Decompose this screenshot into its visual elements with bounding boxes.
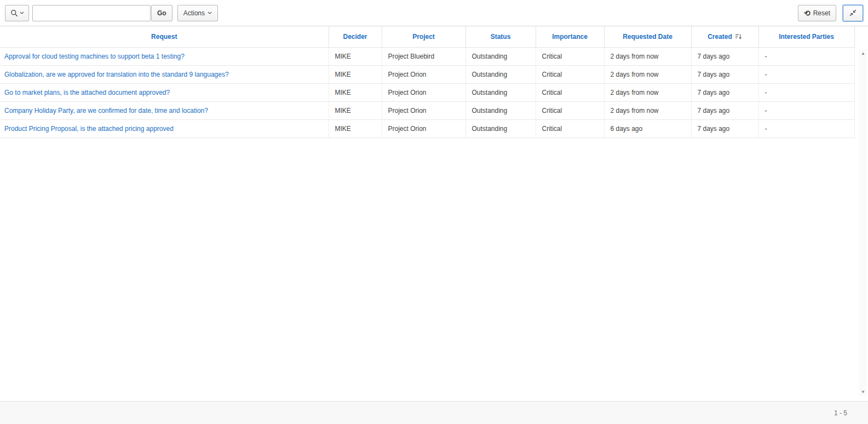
column-header-requested-date[interactable]: Requested Date <box>604 26 691 47</box>
cell-interested-parties: - <box>758 101 854 119</box>
cell-interested-parties: - <box>758 47 854 65</box>
cell-status: Outstanding <box>465 65 536 83</box>
cell-importance: Critical <box>536 101 604 119</box>
sort-descending-icon <box>735 33 742 40</box>
column-header-project[interactable]: Project <box>382 26 465 47</box>
column-header-created[interactable]: Created <box>691 26 758 47</box>
table-row: Product Pricing Proposal, is the attache… <box>0 119 854 137</box>
restore-report-button[interactable] <box>843 5 863 21</box>
column-header-status[interactable]: Status <box>465 26 536 47</box>
column-header-label: Decider <box>343 33 367 41</box>
column-header-request[interactable]: Request <box>0 26 329 47</box>
column-header-importance[interactable]: Importance <box>536 26 604 47</box>
scroll-up-arrow-icon[interactable]: ▲ <box>859 49 867 57</box>
search-toolbar: Go Actions ⟲ Reset <box>0 0 868 26</box>
cell-interested-parties: - <box>758 83 854 101</box>
header-row: Request Decider Project Status Importanc… <box>0 26 854 47</box>
column-header-label: Request <box>151 33 177 41</box>
request-link[interactable]: Company Holiday Party, are we confirmed … <box>4 107 208 114</box>
cell-status: Outstanding <box>465 101 536 119</box>
chevron-down-icon <box>20 12 24 14</box>
cell-requested-date: 2 days from now <box>604 101 691 119</box>
pagination-label: 1 - 5 <box>834 409 847 417</box>
column-header-decider[interactable]: Decider <box>329 26 382 47</box>
column-header-label: Importance <box>552 33 588 41</box>
cell-status: Outstanding <box>465 83 536 101</box>
cell-request: Product Pricing Proposal, is the attache… <box>0 119 329 137</box>
report-table: Request Decider Project Status Importanc… <box>0 26 855 138</box>
cell-decider: MIKE <box>329 119 382 137</box>
interactive-report-region: Go Actions ⟲ Reset <box>0 0 868 424</box>
cell-project: Project Orion <box>382 101 465 119</box>
cell-decider: MIKE <box>329 101 382 119</box>
cell-created: 7 days ago <box>691 119 758 137</box>
search-input[interactable] <box>32 5 151 21</box>
cell-requested-date: 6 days ago <box>604 119 691 137</box>
actions-button[interactable]: Actions <box>177 5 218 21</box>
request-link[interactable]: Globalization, are we approved for trans… <box>4 71 229 78</box>
cell-created: 7 days ago <box>691 47 758 65</box>
column-header-interested-parties[interactable]: Interested Parties <box>758 26 854 47</box>
table-row: Go to market plans, is the attached docu… <box>0 83 854 101</box>
pagination-bar: 1 - 5 <box>0 401 868 424</box>
cell-status: Outstanding <box>465 47 536 65</box>
reset-button[interactable]: ⟲ Reset <box>798 5 836 21</box>
cell-decider: MIKE <box>329 83 382 101</box>
column-header-label: Status <box>491 33 511 41</box>
cell-project: Project Orion <box>382 119 465 137</box>
cell-interested-parties: - <box>758 119 854 137</box>
search-options-button[interactable] <box>5 5 29 21</box>
scroll-down-arrow-icon[interactable]: ▼ <box>859 388 867 396</box>
cell-decider: MIKE <box>329 47 382 65</box>
vertical-scrollbar[interactable]: ▲ ▼ <box>859 49 867 396</box>
cell-request: Go to market plans, is the attached docu… <box>0 83 329 101</box>
collapse-arrows-icon <box>849 9 856 16</box>
cell-project: Project Bluebird <box>382 47 465 65</box>
cell-interested-parties: - <box>758 65 854 83</box>
column-header-label: Requested Date <box>623 33 672 41</box>
cell-request: Company Holiday Party, are we confirmed … <box>0 101 329 119</box>
cell-requested-date: 2 days from now <box>604 65 691 83</box>
scrollbar-track[interactable] <box>859 57 867 388</box>
reset-button-label: Reset <box>813 9 830 17</box>
request-link[interactable]: Product Pricing Proposal, is the attache… <box>4 125 174 133</box>
request-link[interactable]: Approval for cloud testing machines to s… <box>4 53 185 60</box>
table-row: Company Holiday Party, are we confirmed … <box>0 101 854 119</box>
cell-project: Project Orion <box>382 83 465 101</box>
table-row: Globalization, are we approved for trans… <box>0 65 854 83</box>
column-header-label: Interested Parties <box>779 33 834 41</box>
cell-created: 7 days ago <box>691 83 758 101</box>
cell-request: Globalization, are we approved for trans… <box>0 65 329 83</box>
table-row: Approval for cloud testing machines to s… <box>0 47 854 65</box>
cell-requested-date: 2 days from now <box>604 83 691 101</box>
actions-button-label: Actions <box>183 9 205 17</box>
cell-status: Outstanding <box>465 119 536 137</box>
column-header-label: Project <box>412 33 435 41</box>
report-content: Request Decider Project Status Importanc… <box>0 26 868 401</box>
cell-created: 7 days ago <box>691 65 758 83</box>
cell-importance: Critical <box>536 119 604 137</box>
cell-project: Project Orion <box>382 65 465 83</box>
reset-icon: ⟲ <box>804 9 810 17</box>
cell-decider: MIKE <box>329 65 382 83</box>
search-icon <box>10 9 18 17</box>
go-button[interactable]: Go <box>151 5 173 21</box>
cell-created: 7 days ago <box>691 101 758 119</box>
cell-importance: Critical <box>536 47 604 65</box>
cell-importance: Critical <box>536 65 604 83</box>
request-link[interactable]: Go to market plans, is the attached docu… <box>4 89 170 96</box>
chevron-down-icon <box>208 12 212 14</box>
cell-importance: Critical <box>536 83 604 101</box>
cell-request: Approval for cloud testing machines to s… <box>0 47 329 65</box>
column-header-label: Created <box>708 33 732 41</box>
cell-requested-date: 2 days from now <box>604 47 691 65</box>
